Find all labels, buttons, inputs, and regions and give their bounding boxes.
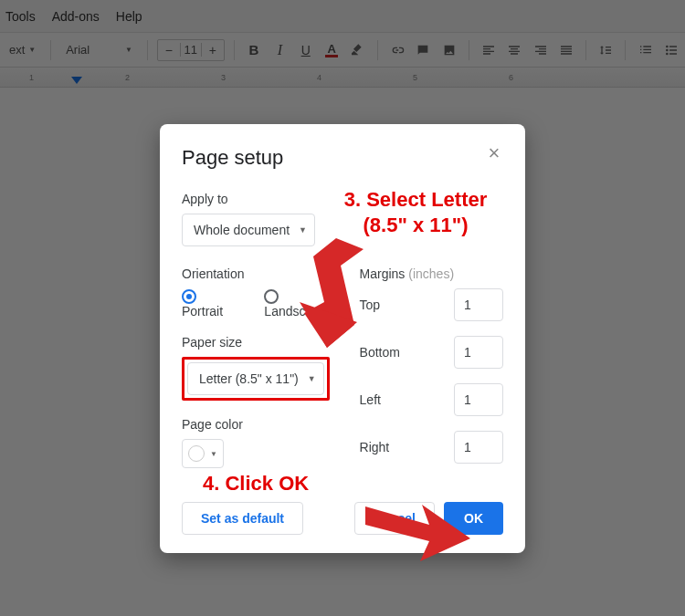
margin-bottom-input[interactable] — [454, 336, 503, 369]
margins-label: Margins (inches) — [360, 266, 503, 281]
close-button[interactable]: × — [481, 141, 507, 166]
paper-size-value: Letter (8.5" x 11") — [199, 371, 299, 386]
radio-checked-icon — [182, 289, 196, 304]
close-icon: × — [489, 141, 501, 165]
orientation-portrait-option[interactable]: Portrait — [182, 288, 237, 318]
orientation-portrait-label: Portrait — [182, 304, 223, 318]
paper-size-dropdown[interactable]: Letter (8.5" x 11") ▼ — [187, 362, 324, 395]
annotation-step4: 4. Click OK — [203, 471, 309, 496]
annotation-highlight: Letter (8.5" x 11") ▼ — [182, 357, 330, 401]
margin-top-input[interactable] — [454, 288, 503, 321]
annotation-step3: 3. Select Letter (8.5" x 11") — [311, 187, 521, 237]
page-color-label: Page color — [182, 417, 338, 432]
page-color-dropdown[interactable]: ▼ — [182, 439, 224, 468]
margin-left-input[interactable] — [454, 383, 503, 416]
margin-right-label: Right — [360, 440, 390, 454]
margin-left-label: Left — [360, 392, 381, 407]
svg-marker-5 — [365, 505, 470, 561]
set-as-default-button[interactable]: Set as default — [182, 502, 303, 535]
radio-unchecked-icon — [264, 289, 279, 304]
margin-right-input[interactable] — [454, 431, 503, 464]
annotation-arrow-icon — [286, 238, 368, 357]
chevron-down-icon: ▼ — [299, 225, 307, 235]
chevron-down-icon: ▼ — [210, 450, 217, 458]
annotation-arrow-icon — [365, 497, 475, 570]
apply-to-value: Whole document — [194, 223, 290, 237]
color-swatch-icon — [188, 445, 205, 462]
dialog-title: Page setup — [182, 146, 503, 170]
chevron-down-icon: ▼ — [308, 374, 316, 383]
